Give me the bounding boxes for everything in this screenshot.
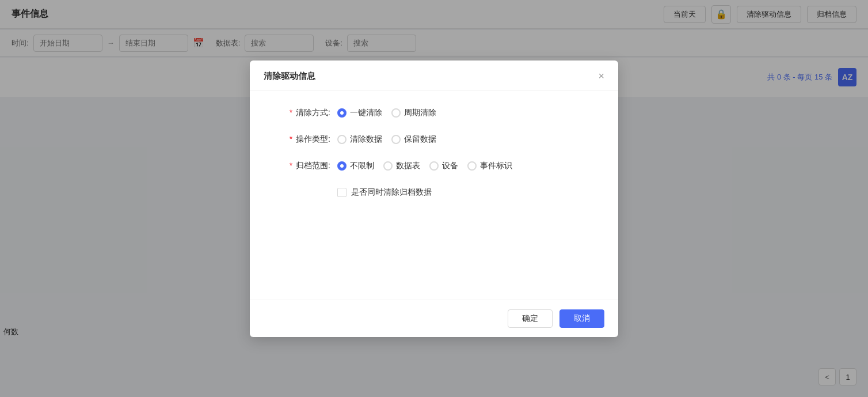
radio-one-click[interactable]: 一键清除 (337, 108, 382, 118)
required-star-3: * (290, 161, 292, 170)
radio-unlimited[interactable]: 不限制 (337, 161, 374, 171)
radio-event-id-label: 事件标识 (480, 161, 512, 171)
radio-clear-data-label: 清除数据 (350, 134, 382, 145)
clear-method-radio-group: 一键清除 周期清除 (337, 108, 436, 118)
operation-type-radio-group: 清除数据 保留数据 (337, 134, 436, 145)
radio-data-table-circle[interactable] (383, 161, 393, 171)
clear-archive-checkbox[interactable] (337, 188, 347, 197)
modal-overlay: 清除驱动信息 × * 清除方式: 一键清除 (0, 0, 868, 397)
radio-one-click-label: 一键清除 (350, 108, 382, 118)
clear-archive-checkbox-item[interactable]: 是否同时清除归档数据 (337, 187, 432, 198)
radio-clear-data[interactable]: 清除数据 (337, 134, 382, 145)
background-page: 事件信息 当前天 🔒 清除驱动信息 归档信息 时间: → 📅 数据表: 设备: (0, 0, 868, 397)
clear-method-label: * 清除方式: (284, 108, 330, 118)
modal-dialog: 清除驱动信息 × * 清除方式: 一键清除 (250, 61, 618, 337)
operation-type-row: * 操作类型: 清除数据 保留数据 (284, 134, 584, 145)
radio-device-label: 设备 (442, 161, 458, 171)
modal-title: 清除驱动信息 (264, 71, 315, 82)
radio-data-table-label: 数据表 (396, 161, 420, 171)
radio-periodic-label: 周期清除 (404, 108, 436, 118)
radio-data-table[interactable]: 数据表 (383, 161, 420, 171)
modal-body: * 清除方式: 一键清除 周期清除 (250, 90, 618, 300)
cancel-button[interactable]: 取消 (559, 309, 604, 328)
radio-device[interactable]: 设备 (429, 161, 458, 171)
radio-event-id[interactable]: 事件标识 (467, 161, 512, 171)
radio-keep-data[interactable]: 保留数据 (391, 134, 436, 145)
archive-range-row: * 归档范围: 不限制 数据表 (284, 161, 584, 171)
modal-footer: 确定 取消 (250, 300, 618, 337)
required-star-1: * (290, 108, 292, 117)
radio-unlimited-circle[interactable] (337, 161, 347, 171)
confirm-button[interactable]: 确定 (508, 309, 553, 328)
archive-range-label: * 归档范围: (284, 161, 330, 171)
clear-archive-label: 是否同时清除归档数据 (351, 187, 432, 198)
clear-method-row: * 清除方式: 一键清除 周期清除 (284, 108, 584, 118)
radio-periodic-circle[interactable] (391, 108, 401, 118)
radio-device-circle[interactable] (429, 161, 439, 171)
radio-periodic[interactable]: 周期清除 (391, 108, 436, 118)
archive-range-radio-group: 不限制 数据表 设备 事件标识 (337, 161, 512, 171)
modal-header: 清除驱动信息 × (250, 61, 618, 90)
required-star-2: * (290, 134, 292, 143)
radio-clear-data-circle[interactable] (337, 135, 347, 144)
radio-unlimited-label: 不限制 (350, 161, 374, 171)
radio-one-click-circle[interactable] (337, 108, 347, 118)
radio-keep-data-circle[interactable] (391, 135, 401, 144)
operation-type-label: * 操作类型: (284, 134, 330, 145)
modal-close-button[interactable]: × (598, 71, 604, 81)
radio-keep-data-label: 保留数据 (404, 134, 436, 145)
radio-event-id-circle[interactable] (467, 161, 477, 171)
clear-archive-row: 是否同时清除归档数据 (284, 187, 584, 198)
